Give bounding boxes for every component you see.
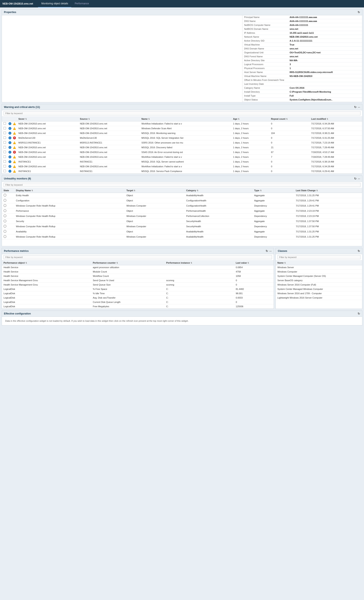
perf-filter-input[interactable]: [3, 255, 272, 259]
alert-name: SSAS 2016: An Error occurred during ext: [140, 150, 231, 155]
monitor-last-change: 7/17/2018, 2:23:19 PM: [294, 208, 362, 214]
unhealthy-refresh-icon[interactable]: ↻: [354, 177, 356, 180]
prop-key: NetBIOS Computer Name: [243, 23, 288, 27]
classes-refresh-icon[interactable]: ↻: [358, 249, 360, 253]
effective-config-refresh-icon[interactable]: ↻: [358, 312, 360, 315]
unhealthy-col-state[interactable]: State: [2, 188, 14, 193]
alert-checkbox-cell[interactable]: [2, 126, 8, 131]
alert-checkbox-cell[interactable]: [2, 164, 8, 169]
perf-table-row: LogicalDisk Current Disk Queue Length C:…: [2, 300, 274, 304]
monitor-state-cell: [2, 219, 14, 224]
tab-performance[interactable]: Performance: [71, 0, 92, 8]
alert-name: SSRS 2016: Other processes use too mu: [140, 141, 231, 145]
perf-col-counter[interactable]: Performance counter ⇅: [91, 261, 165, 265]
perf-counter: Module Count: [91, 270, 165, 274]
alert-name: MSSQL 2016: Discovery failed: [140, 145, 231, 150]
alert-modified: 7/18/2018, 7:28:49 AM: [309, 155, 362, 159]
alerts-col-name[interactable]: Name ⇅: [140, 117, 231, 121]
class-table-row: Windows Server 2016 and 1709 - Computer: [276, 291, 362, 296]
perf-counter: % Free Space: [91, 287, 165, 291]
properties-title: Properties: [4, 11, 16, 14]
classes-col-name[interactable]: Name ⇅: [276, 261, 362, 265]
header-logo: NEB-OM-1542810.smx.net: [2, 2, 33, 5]
monitor-type: Aggregate: [252, 198, 294, 203]
monitor-category: AvailabilityHealth: [185, 229, 252, 234]
alerts-more-icon[interactable]: ···: [358, 106, 360, 109]
alert-checkbox-cell[interactable]: [2, 141, 8, 145]
alerts-col-repeat[interactable]: Repeat count ⇅: [269, 117, 309, 121]
unhealthy-more-icon[interactable]: ···: [358, 177, 360, 180]
perf-col-value[interactable]: Last value ⇅: [234, 261, 274, 265]
alert-modified: 7/17/2018, 6:31:25 AM: [309, 136, 362, 141]
unhealthy-table-row: Performance Object PerformanceHealth Agg…: [2, 208, 362, 214]
prop-key: Category Name: [243, 86, 288, 90]
alerts-col-source[interactable]: Source ⇅: [78, 117, 140, 121]
alerts-col-server[interactable]: Sever ⇅: [17, 117, 78, 121]
alert-checkbox-cell[interactable]: [2, 150, 8, 155]
prop-value: smx.net: [288, 27, 362, 31]
perf-col-obj[interactable]: Performance object ⇅: [2, 261, 91, 265]
alert-checkbox-cell[interactable]: [2, 169, 8, 174]
alert-source: NEB-OM-1542810.smx.net: [78, 150, 140, 155]
info-icon: i: [9, 122, 11, 125]
properties-panel-header: Properties ↻: [2, 9, 362, 15]
alert-source: NEB-OM-1542810.smx.net: [78, 126, 140, 131]
alert-checkbox-cell[interactable]: [2, 155, 8, 159]
classes-table: Name ⇅ Windows ServerWindows ComputerSys…: [276, 261, 362, 300]
alerts-refresh-icon[interactable]: ↻: [354, 105, 356, 109]
monitor-display-name: Windows Computer Role Health Rollup: [14, 214, 125, 219]
perf-obj: LogicalDisk: [2, 296, 91, 300]
monitor-target: Windows Computer: [125, 214, 184, 219]
classes-filter-input[interactable]: [277, 255, 361, 259]
alert-warn-icon-cell: !: [12, 121, 17, 126]
properties-refresh-icon[interactable]: ↻: [358, 10, 360, 14]
alerts-col-modified[interactable]: Last modified ⇅: [309, 117, 362, 121]
unhealthy-table-row: Windows Computer Role Health Rollup Wind…: [2, 224, 362, 229]
alert-checkbox-cell[interactable]: [2, 136, 8, 141]
state-circle-icon: [3, 214, 6, 217]
alerts-filter-input[interactable]: [3, 111, 361, 115]
alert-repeat: 21: [269, 145, 309, 150]
alert-source: NEB-OM-1542810.smx.net: [78, 121, 140, 126]
unhealthy-filter-input[interactable]: [3, 183, 361, 187]
unhealthy-header-row: State Display Name ⇅ Target ⇅ Category ⇅…: [2, 188, 362, 193]
unhealthy-col-type[interactable]: Type ⇅: [252, 188, 294, 193]
alert-server: NEB-OM-1542810.smx.net: [17, 131, 78, 136]
monitor-last-change: 7/17/2018, 1:37:50 PM: [294, 219, 362, 224]
tab-monitoring-object-details[interactable]: Monitoring object details: [38, 0, 71, 8]
perf-table: Performance object ⇅ Performance counter…: [2, 261, 274, 309]
warn-icon: !: [13, 165, 16, 168]
perf-refresh-icon[interactable]: ↻: [266, 249, 268, 253]
perf-value: 0.0033: [234, 296, 274, 300]
alert-checkbox-cell[interactable]: [2, 121, 8, 126]
alert-checkbox-cell[interactable]: [2, 159, 8, 164]
monitor-display-name: Entity Health: [14, 193, 125, 198]
performance-metrics-panel: Performance metrics ↻ ··· Performance ob…: [2, 248, 274, 309]
perf-instance: C:: [165, 296, 234, 300]
perf-col-instance[interactable]: Performance instance ⇅: [165, 261, 234, 265]
unhealthy-col-target[interactable]: Target ⇅: [125, 188, 184, 193]
unhealthy-col-name[interactable]: Display Name ⇅: [14, 188, 125, 193]
alert-table-row: i ! NEB-OM-1542810.smx.net NEB-OM-154281…: [2, 126, 362, 131]
alert-checkbox-cell[interactable]: [2, 145, 8, 150]
prop-value: NS-NEB-OM-1542810: [288, 74, 362, 78]
state-circle-icon: [3, 225, 6, 228]
alerts-col-age[interactable]: Age ⇅: [232, 117, 269, 121]
alert-server: MSRS13.INSTANCE1: [17, 141, 78, 145]
perf-header-row: Performance object ⇅ Performance counter…: [2, 261, 274, 265]
prop-key: Active Directory SID: [243, 39, 288, 43]
perf-more-icon[interactable]: ···: [269, 250, 272, 253]
unhealthy-col-lastchange[interactable]: Last State Change ⇅: [294, 188, 362, 193]
properties-table-row: Install Type Full: [243, 94, 362, 98]
perf-title: Performance metrics: [4, 250, 28, 253]
perf-table-row: Health Service agent processor utilizati…: [2, 265, 274, 270]
prop-key: Last Inventory Date: [243, 82, 288, 86]
alert-info-icon-cell: i: [8, 155, 12, 159]
monitor-last-change: 7/17/2018, 1:37:50 PM: [294, 224, 362, 229]
alert-server: NEB-OM-1542810.smx.net: [17, 150, 78, 155]
prop-value: Core OS 2016: [288, 86, 362, 90]
alert-checkbox-cell[interactable]: [2, 131, 8, 136]
unhealthy-table-wrapper: State Display Name ⇅ Target ⇅ Category ⇅…: [2, 188, 362, 239]
unhealthy-col-category[interactable]: Category ⇅: [185, 188, 252, 193]
properties-panel: Properties ↻ Principal Name AAA-AA-11111…: [2, 9, 362, 102]
